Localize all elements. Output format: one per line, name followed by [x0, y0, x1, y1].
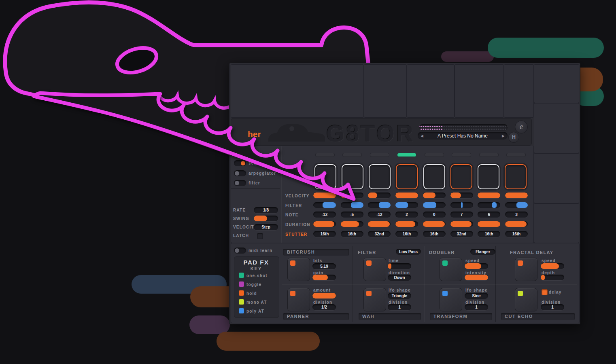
- screenshot-root: { "colors": { "accent_orange": "#F06B28"…: [0, 0, 616, 364]
- gator-jaw-outline: [0, 0, 616, 364]
